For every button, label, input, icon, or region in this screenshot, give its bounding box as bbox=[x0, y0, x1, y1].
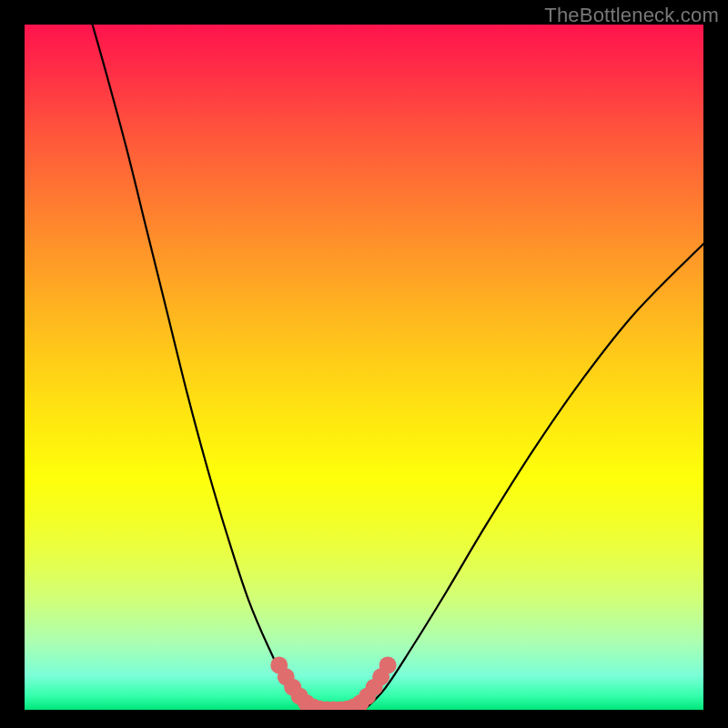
plot-area bbox=[25, 25, 703, 710]
chart-frame: TheBottleneck.com bbox=[0, 0, 728, 728]
bottleneck-curve bbox=[93, 25, 703, 710]
valley-marker bbox=[379, 657, 397, 674]
curve-layer bbox=[25, 25, 703, 710]
valley-markers bbox=[270, 657, 396, 710]
